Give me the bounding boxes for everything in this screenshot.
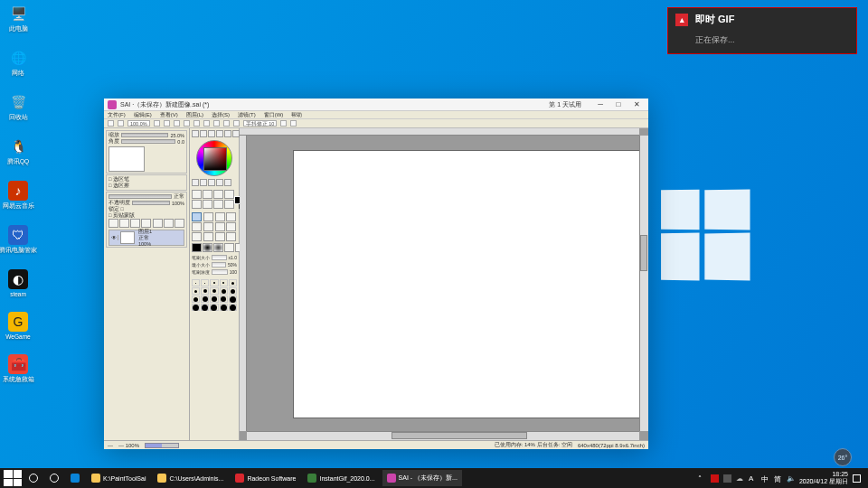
- taskbar-folder1[interactable]: K:\PaintToolSai: [87, 470, 150, 486]
- move-tool[interactable]: [224, 190, 234, 199]
- swatch[interactable]: [216, 179, 223, 186]
- brush-preset[interactable]: [210, 279, 218, 286]
- marker-tool[interactable]: [192, 222, 202, 231]
- toolbar-btn[interactable]: [203, 120, 210, 127]
- brush-tip[interactable]: [192, 243, 202, 252]
- brush-preset[interactable]: [210, 296, 218, 303]
- color-wheel[interactable]: [196, 140, 232, 176]
- brush-preset[interactable]: [229, 296, 237, 303]
- taskbar-cortana[interactable]: [45, 470, 63, 486]
- menu-window[interactable]: 窗口(W): [264, 111, 284, 119]
- brush-preset[interactable]: [201, 279, 209, 286]
- opacity-slider[interactable]: [132, 201, 170, 205]
- clip-check[interactable]: □ 剪贴蒙版: [108, 212, 135, 219]
- vertical-scrollbar[interactable]: [639, 136, 648, 431]
- brush-preset[interactable]: [210, 287, 218, 295]
- toolbar-btn[interactable]: [233, 120, 240, 127]
- color-tab[interactable]: [224, 130, 231, 137]
- tray-chevron-up-icon[interactable]: ˄: [698, 474, 706, 483]
- lasso-tool[interactable]: [203, 190, 212, 199]
- brush-tool[interactable]: [215, 212, 225, 221]
- brush-preset[interactable]: [220, 279, 228, 286]
- menu-help[interactable]: 帮助: [291, 111, 302, 119]
- binary-tool[interactable]: [203, 232, 213, 241]
- brush-tip[interactable]: [224, 243, 234, 252]
- select-tool[interactable]: [192, 190, 202, 199]
- desktop-icon-netease-music[interactable]: ♪网易云音乐: [2, 181, 34, 211]
- hand-tool[interactable]: [213, 200, 223, 209]
- brush-density-slider[interactable]: [212, 269, 228, 275]
- desktop-icon-recycle-bin[interactable]: 🗑️回收站: [2, 92, 34, 122]
- brush-preset[interactable]: [201, 304, 209, 311]
- taskbar-instantgif[interactable]: InstantGif_2020.0...: [303, 470, 379, 486]
- desktop-icon-rescue[interactable]: 🧰系统急救箱: [2, 354, 34, 384]
- rotate-tool[interactable]: [203, 200, 212, 209]
- color-sv-box[interactable]: [203, 147, 227, 171]
- toolbar-stabilizer[interactable]: 手抖修正 10: [243, 120, 278, 127]
- tray-ime-cn[interactable]: 中: [761, 474, 769, 483]
- desktop-icon-wegame[interactable]: GWeGame: [2, 312, 34, 340]
- menu-view[interactable]: 查看(V): [160, 111, 178, 119]
- brush-preset[interactable]: [201, 296, 209, 303]
- close-button[interactable]: ✕: [628, 100, 645, 109]
- taskbar-sai[interactable]: SAI - （未保存）新...: [382, 470, 462, 486]
- selerase-tool[interactable]: [226, 222, 236, 231]
- layer-item[interactable]: 👁 图层1 正常 100%: [108, 230, 184, 246]
- color-tab[interactable]: [208, 130, 215, 137]
- maximize-button[interactable]: □: [610, 100, 627, 109]
- brush-preset[interactable]: [192, 304, 200, 311]
- layer-op[interactable]: [141, 219, 151, 228]
- tray-amd-icon[interactable]: [711, 474, 719, 483]
- layer-op[interactable]: [119, 219, 129, 228]
- color-tab[interactable]: [232, 130, 240, 137]
- toolbar-btn[interactable]: [154, 120, 160, 127]
- linework-tool[interactable]: [215, 232, 225, 241]
- visibility-icon[interactable]: 👁: [109, 235, 118, 240]
- toolbar-btn[interactable]: [280, 120, 287, 127]
- amd-notification[interactable]: ▴ 即时 GIF 正在保存...: [667, 7, 857, 54]
- sel-erase-check[interactable]: □ 选区擦: [108, 183, 129, 189]
- menu-select[interactable]: 选择(S): [212, 111, 230, 119]
- lock-check[interactable]: 锁定 □: [108, 206, 124, 212]
- brush-preset[interactable]: [192, 279, 200, 286]
- brush-min-slider[interactable]: [212, 262, 226, 267]
- swatch[interactable]: [224, 179, 231, 186]
- taskbar-search[interactable]: [24, 470, 42, 486]
- swatch[interactable]: [200, 179, 207, 186]
- brush-preset[interactable]: [220, 287, 228, 295]
- toolbar-btn[interactable]: [174, 120, 180, 127]
- brush-tip[interactable]: [213, 243, 223, 252]
- color-tab[interactable]: [216, 130, 223, 137]
- layer-op[interactable]: [153, 219, 163, 228]
- desktop-icon-pc-manager[interactable]: 🛡腾讯电脑管家: [2, 225, 34, 255]
- toolbar-btn[interactable]: [118, 120, 124, 127]
- desktop-icon-this-pc[interactable]: 🖥️此电脑: [2, 4, 34, 33]
- brush-preset[interactable]: [220, 304, 228, 311]
- color-tab[interactable]: [192, 130, 199, 137]
- brush-preset[interactable]: [210, 304, 218, 311]
- canvas-page[interactable]: [294, 151, 648, 418]
- toolbar-btn[interactable]: [193, 120, 200, 127]
- zoom-tool[interactable]: [192, 200, 202, 209]
- menu-filter[interactable]: 滤镜(T): [238, 111, 256, 119]
- taskbar-radeon[interactable]: Radeon Software: [231, 470, 300, 486]
- tray-app-icon[interactable]: [723, 474, 731, 483]
- layer-op[interactable]: [130, 219, 140, 228]
- toolbar-btn[interactable]: [164, 120, 170, 127]
- taskbar-edge[interactable]: [66, 470, 84, 486]
- menu-file[interactable]: 文件(F): [108, 111, 126, 119]
- color-tab[interactable]: [200, 130, 207, 137]
- brush-preset[interactable]: [229, 304, 237, 311]
- wand-tool[interactable]: [213, 190, 223, 199]
- tray-notifications-icon[interactable]: [853, 474, 861, 483]
- toolbar-btn[interactable]: [108, 120, 114, 127]
- start-button[interactable]: [4, 470, 22, 486]
- swatch[interactable]: [208, 179, 215, 186]
- eraser-tool[interactable]: [203, 222, 213, 231]
- blur-tool[interactable]: [226, 232, 236, 241]
- layer-op[interactable]: [164, 219, 174, 228]
- fg-bg-colors[interactable]: [234, 196, 235, 209]
- zoom-slider[interactable]: [121, 133, 168, 137]
- brush-preset[interactable]: [229, 279, 237, 286]
- brush-preset[interactable]: [192, 296, 200, 303]
